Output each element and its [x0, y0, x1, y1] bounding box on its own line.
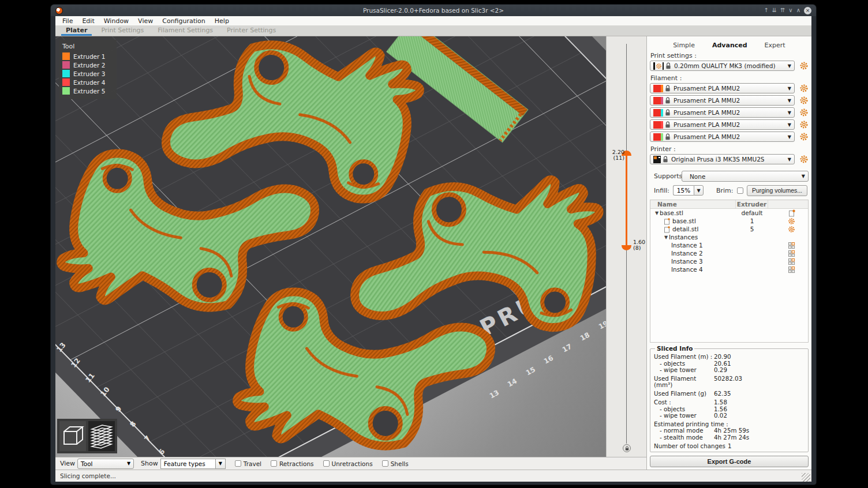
- chevron-down-icon: ▼: [799, 174, 805, 179]
- column-extruder[interactable]: Extruder: [736, 200, 768, 208]
- chevron-down-icon: ▼: [785, 122, 791, 127]
- object-settings-icon[interactable]: [788, 209, 795, 217]
- filament-2-select[interactable]: Prusament PLA MMU2 ▼: [650, 95, 795, 106]
- window-pin-icon[interactable]: ↑: [764, 7, 768, 13]
- filament-3-gear-button[interactable]: [799, 108, 809, 117]
- cube-icon: [59, 421, 86, 451]
- instance-grid-icon[interactable]: [788, 266, 795, 273]
- printer-swatch: [653, 156, 668, 163]
- tab-plater[interactable]: Plater: [59, 25, 94, 36]
- print-settings-select[interactable]: 0.20mm QUALITY MK3 (modified) ▼: [650, 61, 795, 71]
- window-minimize-icon[interactable]: ∨: [788, 7, 792, 13]
- unretractions-checkbox-row[interactable]: Unretractions: [323, 460, 373, 467]
- gear-icon[interactable]: [788, 217, 795, 225]
- part-icon: [663, 217, 671, 225]
- chevron-down-icon: ▼: [785, 134, 791, 140]
- brim-label: Brim:: [716, 187, 734, 194]
- export-gcode-button[interactable]: Export G-code: [650, 456, 809, 467]
- window-close-button[interactable]: ×: [804, 7, 811, 14]
- resize-grip[interactable]: [802, 473, 810, 482]
- shells-checkbox[interactable]: [382, 460, 388, 467]
- status-message: Slicing complete...: [55, 472, 116, 479]
- title-bar[interactable]: PrusaSlicer-2.0.0+Fedora based on Slic3r…: [51, 5, 816, 16]
- window-shade-icon[interactable]: ⇊: [772, 7, 777, 13]
- tab-filament-settings[interactable]: Filament Settings: [151, 25, 220, 36]
- layer-slider-range[interactable]: [626, 155, 627, 245]
- instance-grid-icon[interactable]: [788, 242, 795, 249]
- window-maximize-icon[interactable]: ∧: [796, 7, 800, 13]
- infill-select[interactable]: 15% ▼: [673, 185, 704, 196]
- instances-group-row[interactable]: ▼ Instances: [650, 233, 808, 241]
- gear-icon: [799, 96, 809, 105]
- 3d-viewport[interactable]: ORIGINAL PRUSA 13 12 11 10 9 8 7 6 13 14…: [55, 36, 606, 457]
- mode-simple[interactable]: Simple: [673, 42, 695, 50]
- app-logo-icon: [55, 7, 63, 14]
- show-label: Show: [141, 460, 158, 467]
- printer-select[interactable]: Original Prusa i3 MK3S MMU2S ▼: [650, 154, 795, 164]
- collapse-caret-icon[interactable]: ▼: [654, 211, 660, 216]
- instance-row-1[interactable]: Instance 1: [650, 241, 808, 249]
- chevron-down-icon[interactable]: ▼: [694, 185, 704, 196]
- filament-4-select[interactable]: Prusament PLA MMU2 ▼: [650, 119, 795, 130]
- preview-toolbar: View Tool ▼ Show Feature types ▼ Travel …: [55, 457, 646, 470]
- extruder-1-swatch: [62, 52, 70, 60]
- column-name[interactable]: Name: [650, 200, 736, 208]
- scene-canvas: ORIGINAL PRUSA 13 12 11 10 9 8 7 6 13 14…: [55, 36, 606, 457]
- show-select[interactable]: Feature types: [160, 459, 216, 469]
- mode-advanced[interactable]: Advanced: [712, 42, 747, 50]
- filament-1-select[interactable]: Prusament PLA MMU2 ▼: [650, 83, 795, 93]
- object-row-base[interactable]: ▼ base.stl default: [650, 209, 808, 217]
- filament-5-select[interactable]: Prusament PLA MMU2 ▼: [650, 132, 795, 142]
- supports-select[interactable]: None ▼: [682, 171, 809, 182]
- tab-printer-settings[interactable]: Printer Settings: [220, 25, 283, 36]
- layer-slider-lower-handle[interactable]: [622, 245, 631, 250]
- chevron-down-icon: ▼: [785, 86, 791, 91]
- retractions-checkbox-row[interactable]: Retractions: [271, 460, 314, 467]
- lower-layer-height-label: 1.60(8): [633, 239, 645, 251]
- shells-checkbox-row[interactable]: Shells: [382, 460, 409, 467]
- filament-2-gear-button[interactable]: [799, 96, 809, 105]
- view-select[interactable]: Tool ▼: [77, 459, 134, 469]
- filament-1-gear-button[interactable]: [799, 84, 809, 93]
- 3d-editor-view-button[interactable]: [59, 421, 86, 451]
- menu-help[interactable]: Help: [210, 17, 234, 25]
- layer-slider-track-upper[interactable]: [626, 44, 627, 155]
- filament-4-gear-button[interactable]: [799, 120, 809, 129]
- menu-configuration[interactable]: Configuration: [158, 17, 210, 25]
- retractions-checkbox[interactable]: [271, 460, 277, 467]
- filament-5-gear-button[interactable]: [799, 132, 809, 141]
- instance-row-3[interactable]: Instance 3: [650, 257, 808, 265]
- printer-gear-button[interactable]: [799, 155, 809, 164]
- filament-3-select[interactable]: Prusament PLA MMU2 ▼: [650, 107, 795, 118]
- menu-view[interactable]: View: [133, 17, 158, 25]
- gear-icon[interactable]: [788, 226, 795, 233]
- mode-expert[interactable]: Expert: [765, 42, 785, 50]
- show-select-arrow-button[interactable]: ▼: [216, 459, 226, 469]
- menu-window[interactable]: Window: [99, 17, 133, 25]
- menu-file[interactable]: File: [58, 17, 77, 25]
- menu-edit[interactable]: Edit: [77, 17, 99, 25]
- instance-grid-icon[interactable]: [788, 258, 795, 265]
- purging-volumes-button[interactable]: Purging volumes...: [747, 185, 807, 196]
- instance-row-4[interactable]: Instance 4: [650, 265, 808, 273]
- filament-1-swatch: [653, 85, 671, 92]
- travel-checkbox[interactable]: [235, 460, 241, 467]
- window-unshade-icon[interactable]: ⇈: [780, 7, 785, 13]
- volume-row-base[interactable]: base.stl 1: [650, 217, 808, 225]
- preview-layers-button[interactable]: [88, 421, 115, 451]
- layer-slider-track-lower[interactable]: [626, 245, 627, 444]
- tab-print-settings[interactable]: Print Settings: [94, 25, 151, 36]
- unretractions-checkbox[interactable]: [323, 460, 330, 467]
- one-layer-mode-button[interactable]: [623, 444, 631, 452]
- collapse-caret-icon[interactable]: ▼: [663, 235, 669, 240]
- travel-checkbox-row[interactable]: Travel: [235, 460, 261, 467]
- volume-row-detail[interactable]: detail.stl 5: [650, 225, 808, 233]
- print-settings-gear-button[interactable]: [799, 61, 809, 70]
- legend-item: Extruder 1: [62, 52, 113, 60]
- instance-row-2[interactable]: Instance 2: [650, 249, 808, 257]
- main-tab-bar: Plater Print Settings Filament Settings …: [55, 26, 811, 36]
- gear-icon: [799, 61, 809, 70]
- gear-icon: [799, 132, 809, 141]
- brim-checkbox[interactable]: [737, 187, 743, 194]
- instance-grid-icon[interactable]: [788, 250, 795, 257]
